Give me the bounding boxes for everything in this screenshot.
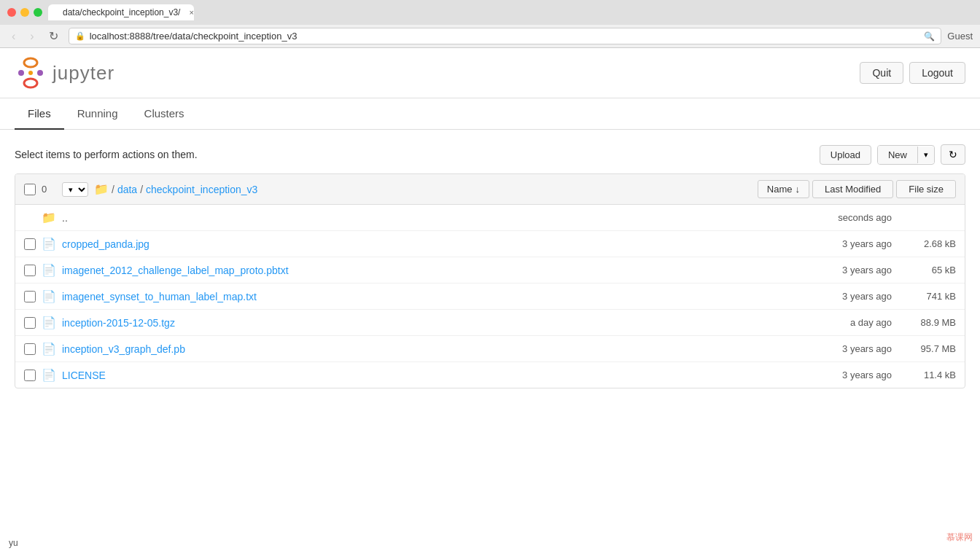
url-text: localhost:8888/tree/data/checkpoint_ince… <box>90 31 920 42</box>
file-modified: seconds ago <box>782 212 892 223</box>
svg-point-3 <box>37 70 43 76</box>
select-dropdown[interactable]: ▾ <box>62 182 88 197</box>
file-name[interactable]: imagenet_2012_challenge_label_map_proto.… <box>62 265 777 276</box>
file-size: 741 kB <box>898 291 956 302</box>
svg-point-2 <box>18 70 24 76</box>
svg-point-4 <box>28 71 33 75</box>
file-name[interactable]: .. <box>62 212 777 224</box>
tab-clusters[interactable]: Clusters <box>131 98 198 130</box>
new-dropdown-button[interactable]: ▾ <box>917 146 934 163</box>
file-size: 2.68 kB <box>898 238 956 249</box>
maximize-button[interactable] <box>34 8 42 17</box>
forward-button[interactable]: › <box>26 28 38 44</box>
file-icon: 📄 <box>42 342 56 356</box>
folder-icon: 📁 <box>42 211 56 224</box>
jupyter-logo: jupyter <box>15 57 114 89</box>
breadcrumb-sep1: / <box>112 184 114 195</box>
row-checkbox[interactable] <box>24 343 36 355</box>
address-bar-row: ‹ › ↻ 🔒 localhost:8888/tree/data/checkpo… <box>0 25 980 47</box>
file-table: 0 ▾ 📁 / data / checkpoint_inception_v3 N… <box>15 173 965 388</box>
row-checkbox[interactable] <box>24 265 36 276</box>
watermark: 慕课网 <box>946 531 973 544</box>
file-name[interactable]: imagenet_synset_to_human_label_map.txt <box>62 291 777 302</box>
refresh-button[interactable]: ↻ <box>44 28 63 44</box>
column-headers: Name ↓ Last Modified File size <box>758 180 956 198</box>
new-button-group: New ▾ <box>877 145 935 165</box>
file-browser: Select items to perform actions on them.… <box>0 130 980 403</box>
status-text: yu <box>9 538 18 544</box>
tab-running[interactable]: Running <box>64 98 131 130</box>
file-name[interactable]: inception_v3_graph_def.pb <box>62 343 777 355</box>
file-modified: 3 years ago <box>782 343 892 354</box>
back-button[interactable]: ‹ <box>7 28 20 44</box>
breadcrumb-sep2: / <box>140 184 143 195</box>
row-checkbox[interactable] <box>24 370 36 381</box>
window-buttons <box>7 8 42 17</box>
minimize-button[interactable] <box>20 8 29 17</box>
sort-by-modified-button[interactable]: Last Modified <box>812 180 893 198</box>
svg-point-1 <box>24 79 37 87</box>
close-button[interactable] <box>7 8 16 17</box>
sort-icon: ↓ <box>795 184 800 195</box>
header-buttons: Quit Logout <box>860 62 965 84</box>
table-row: 📄 LICENSE 3 years ago 11.4 kB <box>15 362 965 388</box>
file-icon: 📄 <box>42 368 56 382</box>
browser-chrome: data/checkpoint_inception_v3/ × ‹ › ↻ 🔒 … <box>0 0 980 48</box>
file-size: 11.4 kB <box>898 370 956 380</box>
toolbar-instructions: Select items to perform actions on them. <box>15 149 198 160</box>
file-rows: 📁 .. seconds ago 📄 cropped_panda.jpg 3 y… <box>15 205 965 388</box>
titlebar: data/checkpoint_inception_v3/ × <box>0 0 980 25</box>
file-modified: 3 years ago <box>782 370 892 380</box>
tab-files[interactable]: Files <box>15 98 64 130</box>
url-bar[interactable]: 🔒 localhost:8888/tree/data/checkpoint_in… <box>69 28 942 44</box>
svg-point-0 <box>24 58 37 67</box>
logo-text: jupyter <box>52 62 114 85</box>
file-icon: 📄 <box>42 289 56 303</box>
table-row: 📄 cropped_panda.jpg 3 years ago 2.68 kB <box>15 231 965 257</box>
sort-by-size-button[interactable]: File size <box>896 180 956 198</box>
status-bar: yu <box>0 535 27 544</box>
breadcrumb-data-link[interactable]: data <box>117 184 137 195</box>
new-button[interactable]: New <box>878 146 917 164</box>
jupyter-app: jupyter Quit Logout Files Running Cluste… <box>0 48 980 544</box>
logout-button[interactable]: Logout <box>909 62 965 84</box>
quit-button[interactable]: Quit <box>860 62 903 84</box>
file-name[interactable]: inception-2015-12-05.tgz <box>62 317 777 329</box>
table-row: 📄 imagenet_synset_to_human_label_map.txt… <box>15 284 965 310</box>
upload-button[interactable]: Upload <box>820 145 871 165</box>
security-icon: 🔒 <box>75 31 85 41</box>
file-size: 95.7 MB <box>898 343 956 354</box>
select-all-checkbox[interactable] <box>24 184 36 195</box>
browser-tab[interactable]: data/checkpoint_inception_v3/ × <box>48 4 194 20</box>
breadcrumb-current: checkpoint_inception_v3 <box>146 184 257 195</box>
file-browser-toolbar: Select items to perform actions on them.… <box>15 144 965 165</box>
file-icon: 📄 <box>42 316 56 329</box>
folder-icon: 📁 <box>94 182 109 196</box>
row-checkbox[interactable] <box>24 317 36 329</box>
tab-title: data/checkpoint_inception_v3/ <box>63 7 180 17</box>
file-modified: 3 years ago <box>782 238 892 249</box>
guest-label: Guest <box>947 31 973 42</box>
file-size: 65 kB <box>898 265 956 276</box>
refresh-files-button[interactable]: ↻ <box>941 144 965 165</box>
row-checkbox[interactable] <box>24 238 36 250</box>
file-icon: 📄 <box>42 237 56 251</box>
toolbar-right: Upload New ▾ ↻ <box>820 144 965 165</box>
table-row: 📁 .. seconds ago <box>15 205 965 231</box>
jupyter-header: jupyter Quit Logout <box>0 48 980 98</box>
file-table-header: 0 ▾ 📁 / data / checkpoint_inception_v3 N… <box>15 174 965 205</box>
breadcrumb: 📁 / data / checkpoint_inception_v3 <box>94 182 752 196</box>
tab-close-icon[interactable]: × <box>189 8 193 17</box>
file-name[interactable]: cropped_panda.jpg <box>62 238 777 250</box>
table-row: 📄 inception-2015-12-05.tgz a day ago 88.… <box>15 310 965 336</box>
sort-by-name-button[interactable]: Name ↓ <box>758 180 809 198</box>
col-name-label: Name <box>767 184 793 195</box>
jupyter-logo-icon <box>15 57 47 89</box>
main-tabs: Files Running Clusters <box>0 98 980 130</box>
row-checkbox[interactable] <box>24 291 36 302</box>
search-icon: 🔍 <box>924 31 935 42</box>
file-modified: 3 years ago <box>782 291 892 302</box>
table-row: 📄 inception_v3_graph_def.pb 3 years ago … <box>15 336 965 362</box>
item-count: 0 <box>42 184 56 195</box>
file-name[interactable]: LICENSE <box>62 370 777 381</box>
